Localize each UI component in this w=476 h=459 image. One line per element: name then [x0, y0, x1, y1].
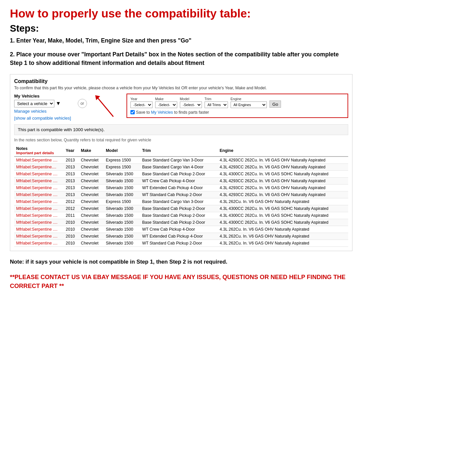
table-row: Mfrlabel:Serpentine ....2010ChevroletSil… — [14, 226, 348, 233]
engine-select[interactable]: All Engines — [231, 101, 267, 108]
table-row: Mfrlabel:Serpentine ....2012ChevroletSil… — [14, 205, 348, 212]
table-cell-6-4: Base Standard Cargo Van 3-Door — [140, 198, 217, 205]
my-vehicles-link[interactable]: My Vehicles — [151, 110, 173, 115]
table-cell-1-5: 4.3L 4293CC 262Cu. In. V6 GAS OHV Natura… — [218, 163, 348, 170]
table-row: Mfrlabel:Serpentine ....2010ChevroletSil… — [14, 240, 348, 246]
table-cell-5-3: Silverado 1500 — [104, 191, 140, 198]
contact-text: **PLEASE CONTACT US VIA EBAY MESSAGE IF … — [10, 273, 352, 291]
table-cell-0-1: 2013 — [64, 157, 79, 164]
step1-text: 1. Enter Year, Make, Model, Trim, Engine… — [10, 37, 352, 45]
table-cell-0-2: Chevrolet — [79, 157, 104, 164]
table-row: Mfrlabel:Serpentine ....2013ChevroletSil… — [14, 184, 348, 191]
table-cell-3-2: Chevrolet — [79, 177, 104, 184]
table-cell-8-1: 2011 — [64, 212, 79, 219]
table-cell-11-0: Mfrlabel:Serpentine .... — [14, 233, 64, 240]
table-cell-7-0: Mfrlabel:Serpentine .... — [14, 205, 64, 212]
table-cell-4-5: 4.3L 4293CC 262Cu. In. V6 GAS OHV Natura… — [218, 184, 348, 191]
table-cell-10-5: 4.3L 262Cu. In. V6 GAS OHV Naturally Asp… — [218, 226, 348, 233]
compatibility-table: Notes Important part details Year Make M… — [14, 145, 348, 247]
compat-message: This part is compatible with 1000 vehicl… — [14, 124, 348, 135]
note-text: Note: if it says your vehicle is not com… — [10, 258, 352, 266]
my-vehicles-section: My Vehicles Select a vehicle ▼ Manage ve… — [14, 94, 71, 121]
table-cell-0-0: Mfrlabel:Serpentine .... — [14, 157, 64, 164]
table-cell-11-1: 2010 — [64, 233, 79, 240]
go-button[interactable]: Go — [269, 100, 281, 108]
engine-label: Engine — [231, 97, 267, 101]
table-cell-2-0: Mfrlabel:Serpentine .... — [14, 170, 64, 177]
table-cell-8-5: 4.3L 4300CC 262Cu. In. V6 GAS SOHC Natur… — [218, 212, 348, 219]
manage-vehicles-link[interactable]: Manage vehicles — [14, 109, 71, 114]
table-row: Mfrlabel:Serpentine ....2013ChevroletSil… — [14, 177, 348, 184]
show-all-link[interactable]: [show all compatible vehicles] — [14, 116, 71, 121]
table-cell-6-0: Mfrlabel:Serpentine .... — [14, 198, 64, 205]
table-cell-12-5: 4.3L 262Cu. In. V6 GAS OHV Naturally Asp… — [218, 240, 348, 246]
dropdown-arrow-icon: ▼ — [56, 100, 61, 106]
table-cell-1-2: Chevrolet — [79, 163, 104, 170]
table-cell-10-1: 2010 — [64, 226, 79, 233]
table-cell-9-1: 2010 — [64, 219, 79, 226]
table-cell-2-5: 4.3L 4300CC 262Cu. In. V6 GAS SOHC Natur… — [218, 170, 348, 177]
table-cell-0-4: Base Standard Cargo Van 3-Door — [140, 157, 217, 164]
table-cell-1-0: Mfrlabel:Serpentine.... — [14, 163, 64, 170]
table-cell-9-5: 4.3L 4300CC 262Cu. In. V6 GAS SOHC Natur… — [218, 219, 348, 226]
table-cell-0-5: 4.3L 4293CC 262Cu. In. V6 GAS OHV Natura… — [218, 157, 348, 164]
table-cell-4-0: Mfrlabel:Serpentine .... — [14, 184, 64, 191]
svg-line-0 — [97, 97, 113, 117]
table-cell-3-1: 2013 — [64, 177, 79, 184]
table-cell-1-3: Express 1500 — [104, 163, 140, 170]
col-header-year: Year — [64, 145, 79, 157]
compat-subtitle: To confirm that this part fits your vehi… — [14, 86, 348, 90]
table-row: Mfrlabel:Serpentine ....2013ChevroletExp… — [14, 157, 348, 164]
engine-field: Engine All Engines — [231, 97, 267, 108]
my-vehicles-label: My Vehicles — [14, 94, 71, 99]
save-row: Save to My Vehicles to finds parts faste… — [130, 110, 344, 115]
table-cell-2-4: Base Standard Cab Pickup 2-Door — [140, 170, 217, 177]
table-cell-4-4: WT Extended Cab Pickup 4-Door — [140, 184, 217, 191]
model-select[interactable]: -Select- — [180, 101, 202, 108]
year-select[interactable]: -Select- — [130, 101, 153, 108]
table-cell-2-1: 2013 — [64, 170, 79, 177]
table-cell-9-0: Mfrlabel:Serpentine .... — [14, 219, 64, 226]
table-cell-2-3: Silverado 1500 — [104, 170, 140, 177]
table-cell-7-3: Silverado 1500 — [104, 205, 140, 212]
table-cell-4-3: Silverado 1500 — [104, 184, 140, 191]
table-cell-3-3: Silverado 1500 — [104, 177, 140, 184]
make-select[interactable]: -Select- — [155, 101, 177, 108]
table-cell-3-5: 4.3L 4293CC 262Cu. In. V6 GAS OHV Natura… — [218, 177, 348, 184]
table-cell-7-2: Chevrolet — [79, 205, 104, 212]
table-row: Mfrlabel:Serpentine ....2010ChevroletSil… — [14, 233, 348, 240]
table-cell-6-3: Express 1500 — [104, 198, 140, 205]
table-row: Mfrlabel:Serpentine....2013ChevroletExpr… — [14, 163, 348, 170]
table-cell-0-3: Express 1500 — [104, 157, 140, 164]
table-cell-7-5: 4.3L 4300CC 262Cu. In. V6 GAS SOHC Natur… — [218, 205, 348, 212]
ymm-section: Year -Select- Make -Select- Model -Selec… — [126, 94, 348, 118]
col-header-notes: Notes Important part details — [14, 145, 64, 157]
table-cell-2-2: Chevrolet — [79, 170, 104, 177]
step2-text: 2. Place your mouse over "Important Part… — [10, 50, 352, 68]
col-header-trim: Trim — [140, 145, 217, 157]
table-cell-7-4: Base Standard Cab Pickup 2-Door — [140, 205, 217, 212]
save-label: Save to My Vehicles to finds parts faste… — [136, 110, 209, 115]
table-cell-4-2: Chevrolet — [79, 184, 104, 191]
table-cell-4-1: 2013 — [64, 184, 79, 191]
table-cell-6-1: 2012 — [64, 198, 79, 205]
year-label: Year — [130, 97, 153, 101]
compatibility-box: Compatibility To confirm that this part … — [10, 74, 352, 251]
model-label: Model — [180, 97, 202, 101]
table-cell-10-4: WT Crew Cab Pickup 4-Door — [140, 226, 217, 233]
select-vehicle-dropdown[interactable]: Select a vehicle — [14, 100, 54, 107]
or-label: or — [78, 99, 87, 108]
steps-title: Steps: — [10, 23, 352, 34]
main-title: How to properly use the compatibility ta… — [10, 7, 352, 20]
table-cell-10-0: Mfrlabel:Serpentine .... — [14, 226, 64, 233]
table-cell-11-2: Chevrolet — [79, 233, 104, 240]
table-cell-12-4: WT Standard Cab Pickup 2-Door — [140, 240, 217, 246]
table-cell-5-4: WT Standard Cab Pickup 2-Door — [140, 191, 217, 198]
trim-select[interactable]: All Trims — [205, 101, 228, 108]
make-label: Make — [155, 97, 177, 101]
table-row: Mfrlabel:Serpentine ....2011ChevroletSil… — [14, 212, 348, 219]
table-cell-8-3: Silverado 1500 — [104, 212, 140, 219]
save-checkbox[interactable] — [130, 110, 135, 114]
table-cell-8-4: Base Standard Cab Pickup 2-Door — [140, 212, 217, 219]
important-part-header: Important part details — [16, 151, 62, 155]
